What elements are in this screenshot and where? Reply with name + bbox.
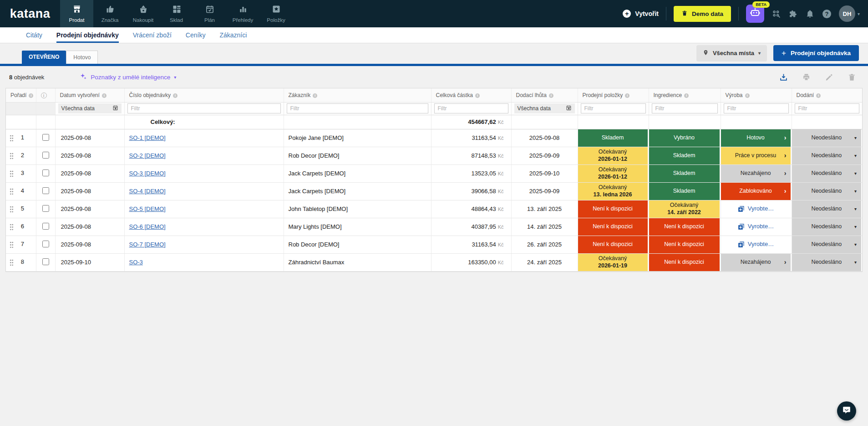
sales-items-status[interactable]: Není k dispozici (578, 200, 649, 218)
ingredients-status[interactable]: Očekávaný14. září 2022 (649, 200, 721, 218)
delivery-status-dropdown[interactable]: Neodesláno▾ (792, 129, 862, 147)
col-header-lhuta[interactable]: Dodací lhůta (511, 88, 578, 102)
tab-prodejni-objednavky[interactable]: Prodejní objednávky (56, 27, 119, 43)
order-number-link[interactable]: SO-3 [DEMO] (129, 170, 166, 177)
delivery-status-dropdown[interactable]: Neodesláno▾ (792, 164, 862, 182)
col-header-vyroba[interactable]: Výroba (721, 88, 792, 102)
delivery-status-dropdown[interactable]: Neodesláno▾ (792, 218, 862, 236)
delivery-filter[interactable] (795, 103, 860, 113)
chat-button[interactable] (837, 401, 856, 421)
order-number-link[interactable]: SO-7 [DEMO] (129, 241, 166, 248)
delete-trash-icon[interactable] (848, 73, 856, 82)
status-tab-done[interactable]: Hotovo (66, 51, 98, 64)
row-checkbox[interactable] (42, 152, 49, 159)
col-header-ingredience[interactable]: Ingredience (649, 88, 721, 102)
download-icon[interactable] (779, 73, 788, 82)
sales-items-status[interactable]: Očekávaný2026-01-19 (578, 253, 649, 271)
ingredients-status[interactable]: Není k dispozici (649, 253, 721, 271)
tab-ceniky[interactable]: Ceníky (186, 27, 206, 43)
chevron-right-icon[interactable]: › (784, 169, 787, 178)
chevron-right-icon[interactable]: › (784, 152, 787, 160)
print-icon[interactable] (802, 73, 811, 82)
ingredients-status[interactable]: Skladem (649, 147, 721, 164)
integrations-puzzle-icon[interactable] (788, 9, 798, 19)
nav-item-prehledy[interactable]: Přehledy (226, 0, 259, 27)
created-date-filter[interactable]: Všechna data (58, 103, 122, 113)
drag-handle-icon[interactable] (10, 135, 14, 142)
order-number-link[interactable]: SO-3 (129, 259, 143, 266)
col-header-castka[interactable]: Celková částka (431, 88, 511, 102)
production-filter[interactable] (724, 103, 789, 113)
production-status[interactable]: Vyrobte… (721, 218, 792, 236)
delivery-status-dropdown[interactable]: Neodesláno▾ (792, 200, 862, 218)
help-icon[interactable]: ? (822, 9, 832, 19)
production-status[interactable]: Nezahájeno › (721, 253, 792, 271)
ingredients-filter[interactable] (652, 103, 718, 113)
ingredients-status[interactable]: Vybráno (649, 129, 721, 147)
order-number-link[interactable]: SO-5 [DEMO] (129, 205, 166, 212)
row-checkbox[interactable] (42, 223, 49, 230)
sales-items-status[interactable]: Není k dispozici (578, 218, 649, 236)
order-number-filter[interactable] (127, 103, 281, 113)
create-button[interactable]: + Vytvořit (623, 10, 659, 18)
production-status[interactable]: Vyrobte… (721, 200, 792, 218)
delivery-status-dropdown[interactable]: Neodesláno▾ (792, 253, 862, 271)
ingredients-status[interactable]: Skladem (649, 164, 721, 182)
production-status[interactable]: Nezahájeno › (721, 164, 792, 182)
sales-items-status[interactable]: Očekávaný13. ledna 2026 (578, 182, 649, 200)
delivery-status-dropdown[interactable]: Neodesláno▾ (792, 236, 862, 253)
drag-handle-icon[interactable] (10, 170, 14, 177)
nav-item-nakoupit[interactable]: Nakoupit (127, 0, 160, 27)
drag-handle-icon[interactable] (10, 259, 14, 266)
sales-items-status[interactable]: Není k dispozici (578, 236, 649, 253)
drag-handle-icon[interactable] (10, 241, 14, 248)
nav-item-prodat[interactable]: Prodat (60, 0, 93, 27)
row-checkbox[interactable] (42, 169, 49, 176)
col-header-zakaznik[interactable]: Zákazník (284, 88, 431, 102)
ingredients-status[interactable]: Není k dispozici (649, 218, 721, 236)
ai-insights-dropdown[interactable]: Poznatky z umělé inteligence ▾ (80, 73, 176, 82)
order-number-link[interactable]: SO-4 [DEMO] (129, 188, 166, 195)
row-checkbox[interactable] (42, 205, 49, 212)
new-sales-order-button[interactable]: + Prodejní objednávka (773, 45, 859, 61)
sales-items-status[interactable]: Očekávaný2026-01-12 (578, 164, 649, 182)
demo-data-button[interactable]: Demo data (674, 6, 731, 22)
status-tab-open[interactable]: OTEVŘENO (22, 51, 66, 64)
col-header-polozky[interactable]: Prodejní položky (578, 88, 649, 102)
col-header-poradi[interactable]: Pořadí (6, 88, 36, 102)
row-checkbox[interactable] (42, 134, 49, 141)
total-filter[interactable] (434, 103, 508, 113)
ingredients-status[interactable]: Není k dispozici (649, 236, 721, 253)
col-header-dodani[interactable]: Dodání (792, 88, 862, 102)
tab-citaty[interactable]: Citáty (26, 27, 42, 43)
col-header-info[interactable] (36, 88, 55, 102)
col-header-datum[interactable]: Datum vytvoření (55, 88, 124, 102)
col-header-cislo[interactable]: Číslo objednávky (124, 88, 284, 102)
edit-pencil-icon[interactable] (825, 73, 833, 82)
sales-items-status[interactable]: Skladem (578, 129, 649, 147)
sales-items-filter[interactable] (581, 103, 646, 113)
ingredients-status[interactable]: Skladem (649, 182, 721, 200)
production-status[interactable]: Hotovo › (721, 129, 792, 147)
nav-item-plan[interactable]: Plán (193, 0, 226, 27)
apps-search-icon[interactable] (772, 9, 781, 19)
row-checkbox[interactable] (42, 258, 49, 265)
chevron-right-icon[interactable]: › (784, 187, 787, 195)
deadline-date-filter[interactable]: Všechna data (514, 103, 575, 113)
chevron-right-icon[interactable]: › (784, 258, 787, 267)
row-checkbox[interactable] (42, 187, 49, 194)
locations-dropdown[interactable]: Všechna místa ▾ (696, 45, 767, 62)
row-checkbox[interactable] (42, 241, 49, 247)
drag-handle-icon[interactable] (10, 153, 14, 159)
delivery-status-dropdown[interactable]: Neodesláno▾ (792, 182, 862, 200)
drag-handle-icon[interactable] (10, 188, 14, 195)
production-status[interactable]: Práce v procesu › (721, 147, 792, 164)
chevron-right-icon[interactable]: › (784, 134, 787, 142)
notifications-bell-icon[interactable] (805, 9, 815, 19)
customer-filter[interactable] (287, 103, 428, 113)
production-status[interactable]: Vyrobte… (721, 236, 792, 253)
nav-item-sklad[interactable]: Sklad (160, 0, 193, 27)
order-number-link[interactable]: SO-1 [DEMO] (129, 134, 166, 141)
order-number-link[interactable]: SO-6 [DEMO] (129, 223, 166, 230)
tab-zakaznici[interactable]: Zákazníci (219, 27, 247, 43)
